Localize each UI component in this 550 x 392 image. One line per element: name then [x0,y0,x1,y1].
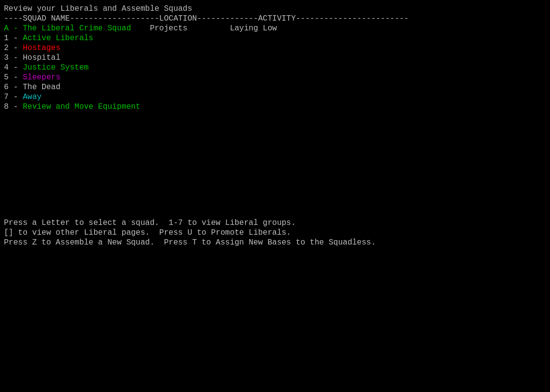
footer-line-2: [] to view other Liberal pages. Press U … [4,228,376,238]
menu-item-4-label: Justice System [23,63,88,72]
menu-item-2-sep: - [9,44,23,52]
menu-item-7-sep: - [9,93,23,101]
menu-item-7[interactable]: 7 - Away [4,92,546,102]
menu-item-4-sep: - [9,63,23,72]
menu-item-6-label: The Dead [23,83,60,92]
menu-item-4[interactable]: 4 - Justice System [4,63,546,73]
menu-item-7-label: Away [23,93,41,101]
menu-item-5-label: Sleepers [23,73,60,82]
squad-a-line: A - The Liberal Crime Squad Projects Lay… [4,24,546,33]
squad-a-prefix: A - The Liberal Crime Squad [4,24,131,33]
menu-item-5[interactable]: 5 - Sleepers [4,73,546,82]
menu-item-4-number: 4 [4,63,9,72]
footer-line-3: Press Z to Assemble a New Squad. Press T… [4,238,376,247]
menu-item-6[interactable]: 6 - The Dead [4,82,546,92]
menu-item-6-number: 6 [4,83,9,92]
header-line: ----SQUAD NAME-------------------LOCATIO… [4,14,546,24]
menu-item-3-label: Hospital [23,53,60,62]
squad-a-activity: Laying Low [187,24,276,33]
menu-item-2-number: 2 [4,44,9,52]
menu-item-3[interactable]: 3 - Hospital [4,53,546,63]
menu-item-1-sep: - [9,34,23,43]
footer-area: Press a Letter to select a squad. 1-7 to… [4,218,376,247]
menu-item-1-label: Active Liberals [23,34,93,43]
terminal-screen: Review your Liberals and Assemble Squads… [4,4,546,112]
menu-item-8-sep: - [9,102,23,111]
title-line: Review your Liberals and Assemble Squads [4,4,546,14]
menu-item-2-label: Hostages [23,44,60,52]
menu-item-2[interactable]: 2 - Hostages [4,43,546,53]
menu-item-3-number: 3 [4,53,9,62]
menu-item-5-sep: - [9,73,23,82]
footer-line-1: Press a Letter to select a squad. 1-7 to… [4,218,376,228]
menu-item-8-label: Review and Move Equipment [23,102,140,111]
menu-item-1-number: 1 [4,34,9,43]
menu-item-7-number: 7 [4,93,9,101]
menu-item-3-sep: - [9,53,23,62]
squad-a-location: Projects [131,24,187,33]
menu-item-1[interactable]: 1 - Active Liberals [4,33,546,43]
menu-item-6-sep: - [9,83,23,92]
menu-item-8-number: 8 [4,102,9,111]
menu-item-5-number: 5 [4,73,9,82]
menu-item-8[interactable]: 8 - Review and Move Equipment [4,102,546,112]
